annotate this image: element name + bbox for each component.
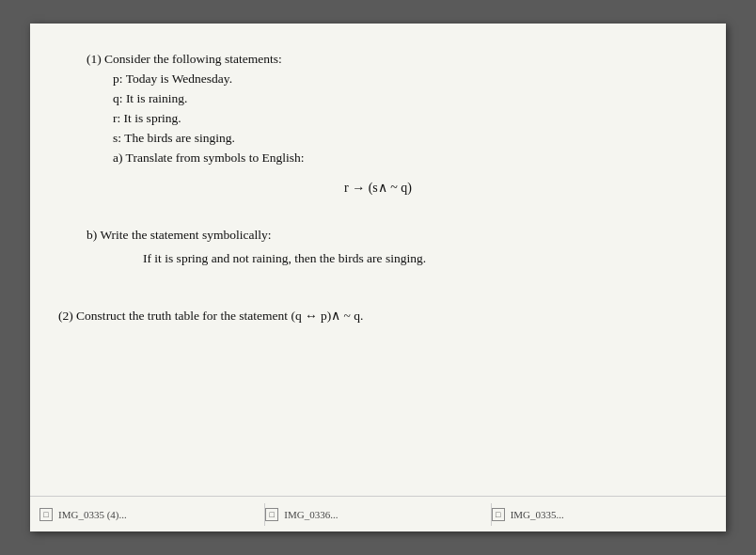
s-statement: s: The birds are singing. bbox=[113, 129, 698, 149]
page-content: (1) Consider the following statements: p… bbox=[30, 24, 726, 496]
part-b-statement: If it is spring and not raining, then th… bbox=[143, 249, 698, 269]
footer-icon-1: □ bbox=[39, 508, 53, 521]
r-statement: r: It is spring. bbox=[113, 109, 698, 129]
problem-2-block: (2) Construct the truth table for the st… bbox=[58, 307, 698, 326]
part-b-label: b) Write the statement symbolically: bbox=[87, 226, 698, 246]
formula-display: r → (s∧ ~ q) bbox=[58, 178, 698, 198]
part-b-label-text: b) Write the statement symbolically: bbox=[87, 228, 271, 242]
s-stmt-text: s: The birds are singing. bbox=[113, 131, 235, 145]
part-a-label-text: a) Translate from symbols to English: bbox=[113, 151, 305, 165]
part-a-label: a) Translate from symbols to English: bbox=[113, 149, 698, 168]
footer-item-1-label: IMG_0335 (4)... bbox=[58, 509, 127, 520]
footer-item-2-label: IMG_0336... bbox=[284, 509, 338, 520]
part-b-statement-text: If it is spring and not raining, then th… bbox=[143, 251, 426, 265]
formula-text: r → (s∧ ~ q) bbox=[344, 181, 412, 195]
q-stmt-text: q: It is raining. bbox=[113, 91, 188, 105]
problem-1-block: (1) Consider the following statements: p… bbox=[58, 50, 698, 269]
footer-bar: □ IMG_0335 (4)... □ IMG_0336... □ IMG_03… bbox=[30, 496, 726, 531]
footer-item-2[interactable]: □ IMG_0336... bbox=[265, 508, 490, 521]
q-statement: q: It is raining. bbox=[113, 89, 698, 109]
problem1-header-text: (1) Consider the following statements: bbox=[87, 52, 282, 66]
r-stmt-text: r: It is spring. bbox=[113, 111, 181, 125]
p-statement: p: Today is Wednesday. bbox=[113, 70, 698, 89]
problem2-text: (2) Construct the truth table for the st… bbox=[58, 309, 363, 323]
page: (1) Consider the following statements: p… bbox=[30, 24, 726, 531]
footer-icon-2: □ bbox=[265, 508, 278, 521]
problem-1-header: (1) Consider the following statements: bbox=[87, 50, 698, 70]
footer-icon-3: □ bbox=[492, 508, 505, 521]
p-stmt-text: p: Today is Wednesday. bbox=[113, 71, 232, 86]
footer-item-1[interactable]: □ IMG_0335 (4)... bbox=[39, 508, 264, 521]
part-b-block: b) Write the statement symbolically: If … bbox=[87, 226, 698, 269]
footer-item-3-label: IMG_0335... bbox=[511, 509, 564, 520]
footer-item-3[interactable]: □ IMG_0335... bbox=[492, 508, 717, 521]
